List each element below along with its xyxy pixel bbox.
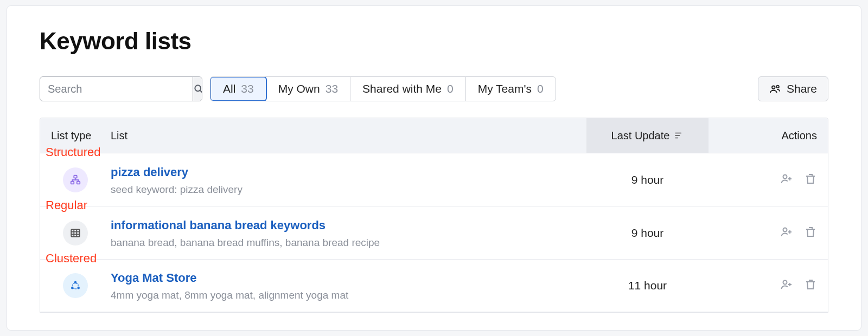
last-update-cell: 9 hour bbox=[586, 173, 709, 186]
list-subtitle: banana bread, banana bread muffins, bana… bbox=[111, 236, 586, 250]
svg-rect-9 bbox=[77, 181, 80, 184]
tab-count: 33 bbox=[326, 82, 338, 95]
tab-label: All bbox=[223, 82, 235, 95]
trash-icon bbox=[804, 278, 817, 291]
people-icon bbox=[769, 83, 781, 95]
tab-label: My Own bbox=[278, 82, 320, 95]
list-type-cell bbox=[40, 167, 111, 192]
search-icon bbox=[193, 83, 202, 94]
trash-icon bbox=[804, 225, 817, 238]
tab-count: 0 bbox=[447, 82, 454, 95]
keyword-lists-table: List type List Last Update Actions Struc… bbox=[40, 118, 828, 313]
toolbar: All 33 My Own 33 Shared with Me 0 My Tea… bbox=[40, 76, 828, 101]
last-update-cell: 11 hour bbox=[586, 279, 709, 292]
tab-label: Shared with Me bbox=[362, 82, 442, 95]
trash-icon bbox=[804, 172, 817, 185]
tab-count: 33 bbox=[241, 82, 253, 95]
table-header: List type List Last Update Actions bbox=[40, 118, 828, 153]
delete-row-button[interactable] bbox=[804, 278, 817, 293]
svg-point-10 bbox=[783, 175, 787, 178]
list-subtitle: seed keyword: pizza delivery bbox=[111, 183, 586, 197]
svg-point-21 bbox=[74, 281, 77, 284]
svg-rect-8 bbox=[71, 181, 74, 184]
tab-my-own[interactable]: My Own 33 bbox=[266, 77, 350, 101]
share-row-button[interactable] bbox=[780, 278, 793, 293]
list-type-cell bbox=[40, 221, 111, 245]
svg-point-3 bbox=[776, 86, 779, 88]
sort-desc-icon bbox=[674, 131, 684, 140]
list-name-link[interactable]: informational banana bread keywords bbox=[111, 218, 326, 232]
table-row: Clustered Yoga Mat Store 4mm yoga mat, 8… bbox=[40, 259, 828, 312]
search-field[interactable] bbox=[40, 76, 202, 101]
clustered-list-icon bbox=[63, 273, 88, 298]
table-row: Structured pizza delivery seed keyword: … bbox=[40, 153, 828, 206]
tab-all[interactable]: All 33 bbox=[210, 76, 267, 101]
svg-line-1 bbox=[200, 91, 202, 93]
svg-point-22 bbox=[71, 287, 74, 289]
tab-count: 0 bbox=[537, 82, 544, 95]
regular-list-icon bbox=[63, 221, 88, 245]
share-row-button[interactable] bbox=[780, 172, 793, 188]
svg-point-23 bbox=[77, 287, 80, 289]
list-name-link[interactable]: Yoga Mat Store bbox=[111, 271, 197, 285]
svg-point-18 bbox=[783, 228, 787, 231]
list-type-cell bbox=[40, 273, 111, 298]
list-name-link[interactable]: pizza delivery bbox=[111, 165, 188, 179]
share-button[interactable]: Share bbox=[758, 76, 828, 101]
share-row-button[interactable] bbox=[780, 225, 793, 241]
tab-shared-with-me[interactable]: Shared with Me 0 bbox=[350, 77, 466, 101]
col-actions: Actions bbox=[709, 130, 828, 142]
delete-row-button[interactable] bbox=[804, 225, 817, 241]
person-add-icon bbox=[780, 278, 793, 291]
person-add-icon bbox=[780, 172, 793, 185]
page-title: Keyword lists bbox=[40, 28, 828, 55]
list-subtitle: 4mm yoga mat, 8mm yoga mat, alignment yo… bbox=[111, 288, 586, 302]
search-input[interactable] bbox=[40, 77, 193, 101]
col-list-type[interactable]: List type bbox=[40, 130, 111, 142]
table-row: Regular informational banana bread keywo… bbox=[40, 206, 828, 259]
delete-row-button[interactable] bbox=[804, 172, 817, 188]
last-update-cell: 9 hour bbox=[586, 227, 709, 240]
filter-tabs: All 33 My Own 33 Shared with Me 0 My Tea… bbox=[210, 76, 556, 101]
svg-rect-13 bbox=[71, 229, 80, 237]
col-last-update-label: Last Update bbox=[611, 130, 670, 142]
share-label: Share bbox=[787, 82, 817, 95]
col-last-update[interactable]: Last Update bbox=[586, 118, 709, 153]
svg-point-24 bbox=[783, 281, 787, 285]
tab-label: My Team's bbox=[478, 82, 532, 95]
svg-point-2 bbox=[772, 86, 775, 89]
search-button[interactable] bbox=[193, 77, 202, 101]
person-add-icon bbox=[780, 225, 793, 238]
structured-list-icon bbox=[63, 167, 88, 192]
col-list[interactable]: List bbox=[111, 130, 586, 142]
tab-my-teams[interactable]: My Team's 0 bbox=[466, 77, 556, 101]
svg-rect-7 bbox=[74, 175, 77, 178]
